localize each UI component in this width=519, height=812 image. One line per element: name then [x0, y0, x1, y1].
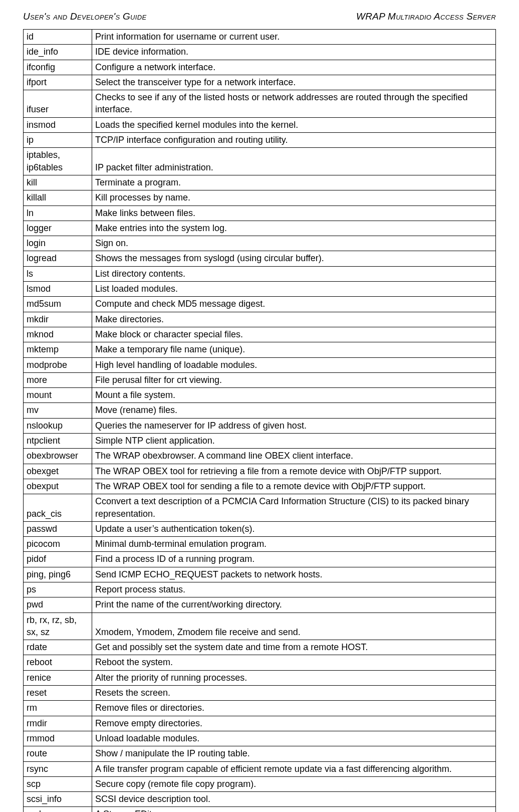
- table-row: scpSecure copy (remote file copy program…: [24, 776, 496, 791]
- description-cell: Resets the screen.: [92, 686, 496, 701]
- command-cell: rdate: [24, 640, 92, 655]
- description-cell: Kill processes by name.: [92, 190, 496, 206]
- description-cell: Simple NTP client application.: [92, 434, 496, 449]
- table-row: rb, rx, rz, sb, sx, szXmodem, Ymodem, Zm…: [24, 613, 496, 640]
- description-cell: Make block or character special files.: [92, 327, 496, 342]
- table-row: ntpclientSimple NTP client application.: [24, 434, 496, 449]
- command-cell: ip: [24, 133, 92, 148]
- description-cell: Remove files or directories.: [92, 701, 496, 716]
- header-left: User's and Developer's Guide: [23, 11, 146, 22]
- table-row: modprobeHigh level handling of loadable …: [24, 357, 496, 372]
- command-cell: scp: [24, 776, 92, 791]
- command-cell: obexbrowser: [24, 449, 92, 464]
- table-row: rmdirRemove empty directories.: [24, 716, 496, 731]
- command-cell: ifconfig: [24, 60, 92, 75]
- command-cell: ps: [24, 582, 92, 597]
- description-cell: Get and possibly set the system date and…: [92, 640, 496, 655]
- command-cell: modprobe: [24, 357, 92, 372]
- table-row: md5sumCompute and check MD5 message dige…: [24, 297, 496, 312]
- description-cell: List loaded modules.: [92, 282, 496, 297]
- description-cell: TCP/IP interface configuration and routi…: [92, 133, 496, 148]
- table-row: reniceAlter the priority of running proc…: [24, 670, 496, 685]
- table-row: logreadShows the messages from syslogd (…: [24, 251, 496, 266]
- command-cell: scsi_info: [24, 792, 92, 807]
- description-cell: Shows the messages from syslogd (using c…: [92, 251, 496, 266]
- header-right: WRAP Multiradio Access Server: [356, 11, 496, 22]
- command-cell: mknod: [24, 327, 92, 342]
- description-cell: Unload loadable modules.: [92, 731, 496, 746]
- description-cell: A Stream EDitor.: [92, 807, 496, 812]
- command-cell: ls: [24, 266, 92, 281]
- description-cell: The WRAP OBEX tool for retrieving a file…: [92, 464, 496, 479]
- table-row: psReport process status.: [24, 582, 496, 597]
- description-cell: Update a user’s authentication token(s).: [92, 521, 496, 536]
- table-row: resetResets the screen.: [24, 686, 496, 701]
- command-cell: killall: [24, 190, 92, 206]
- command-cell: mount: [24, 388, 92, 403]
- table-row: picocomMinimal dumb-terminal emulation p…: [24, 537, 496, 552]
- table-row: pidofFind a process ID of a running prog…: [24, 552, 496, 567]
- command-cell: route: [24, 746, 92, 761]
- description-cell: Show / manipulate the IP routing table.: [92, 746, 496, 761]
- table-row: obexbrowserThe WRAP obexbrowser. A comma…: [24, 449, 496, 464]
- table-row: pack_cisCconvert a text description of a…: [24, 494, 496, 522]
- description-cell: Make links between files.: [92, 206, 496, 221]
- table-row: killTerminate a program.: [24, 175, 496, 190]
- table-row: iptables, ip6tablesIP packet filter admi…: [24, 148, 496, 175]
- table-row: mkdirMake directories.: [24, 312, 496, 327]
- description-cell: Checks to see if any of the listed hosts…: [92, 90, 496, 118]
- table-row: obexputThe WRAP OBEX tool for sending a …: [24, 479, 496, 494]
- description-cell: SCSI device description tool.: [92, 792, 496, 807]
- table-row: rmRemove files or directories.: [24, 701, 496, 716]
- table-row: ping, ping6Send ICMP ECHO_REQUEST packet…: [24, 567, 496, 582]
- table-row: mknodMake block or character special fil…: [24, 327, 496, 342]
- page: User's and Developer's Guide WRAP Multir…: [0, 0, 519, 812]
- description-cell: Reboot the system.: [92, 655, 496, 670]
- command-cell: ifuser: [24, 90, 92, 118]
- table-row: nslookupQueries the nameserver for IP ad…: [24, 418, 496, 433]
- description-cell: File perusal filter for crt viewing.: [92, 372, 496, 387]
- table-row: rdateGet and possibly set the system dat…: [24, 640, 496, 655]
- description-cell: Make directories.: [92, 312, 496, 327]
- table-row: moreFile perusal filter for crt viewing.: [24, 372, 496, 387]
- description-cell: Alter the priority of running processes.: [92, 670, 496, 685]
- description-cell: Make entries into the system log.: [92, 221, 496, 236]
- table-row: rebootReboot the system.: [24, 655, 496, 670]
- command-cell: kill: [24, 175, 92, 190]
- table-row: mountMount a file system.: [24, 388, 496, 403]
- command-cell: logger: [24, 221, 92, 236]
- description-cell: Cconvert a text description of a PCMCIA …: [92, 494, 496, 522]
- description-cell: Queries the nameserver for IP address of…: [92, 418, 496, 433]
- command-cell: id: [24, 30, 92, 45]
- table-row: mktempMake a temporary file name (unique…: [24, 342, 496, 357]
- table-row: loginSign on.: [24, 236, 496, 251]
- command-cell: rm: [24, 701, 92, 716]
- command-cell: more: [24, 372, 92, 387]
- description-cell: The WRAP OBEX tool for sending a file to…: [92, 479, 496, 494]
- description-cell: Secure copy (remote file copy program).: [92, 776, 496, 791]
- table-row: lnMake links between files.: [24, 206, 496, 221]
- command-cell: sed: [24, 807, 92, 812]
- table-row: obexgetThe WRAP OBEX tool for retrieving…: [24, 464, 496, 479]
- command-cell: reset: [24, 686, 92, 701]
- table-row: rmmodUnload loadable modules.: [24, 731, 496, 746]
- table-row: lsList directory contents.: [24, 266, 496, 281]
- command-cell: logread: [24, 251, 92, 266]
- command-cell: obexget: [24, 464, 92, 479]
- table-row: ifconfigConfigure a network interface.: [24, 60, 496, 75]
- description-cell: A file transfer program capable of effic…: [92, 761, 496, 776]
- table-row: scsi_infoSCSI device description tool.: [24, 792, 496, 807]
- table-row: loggerMake entries into the system log.: [24, 221, 496, 236]
- description-cell: Report process status.: [92, 582, 496, 597]
- description-cell: List directory contents.: [92, 266, 496, 281]
- description-cell: Xmodem, Ymodem, Zmodem file receive and …: [92, 613, 496, 640]
- command-cell: rb, rx, rz, sb, sx, sz: [24, 613, 92, 640]
- command-cell: ln: [24, 206, 92, 221]
- table-row: ipTCP/IP interface configuration and rou…: [24, 133, 496, 148]
- command-cell: picocom: [24, 537, 92, 552]
- page-header: User's and Developer's Guide WRAP Multir…: [23, 11, 496, 22]
- command-cell: ifport: [24, 75, 92, 90]
- description-cell: Minimal dumb-terminal emulation program.: [92, 537, 496, 552]
- description-cell: Terminate a program.: [92, 175, 496, 190]
- command-cell: passwd: [24, 521, 92, 536]
